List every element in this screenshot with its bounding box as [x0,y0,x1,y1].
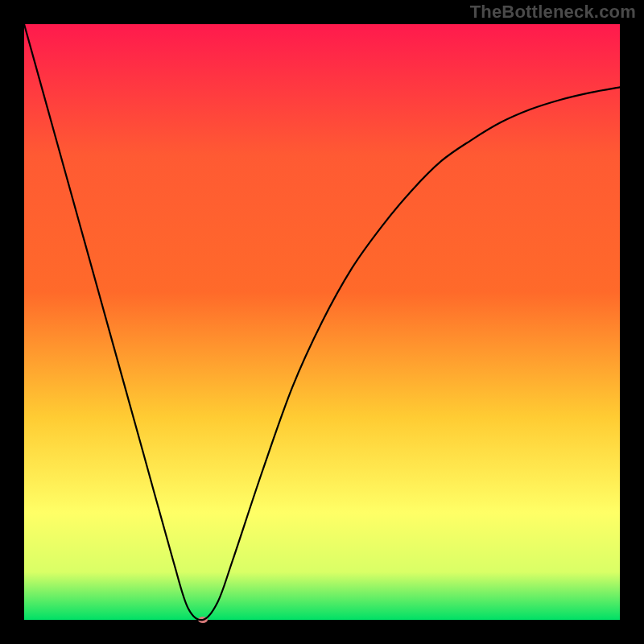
chart-frame: TheBottleneck.com [0,0,644,644]
watermark-text: TheBottleneck.com [470,2,636,23]
bottleneck-chart [0,0,644,644]
